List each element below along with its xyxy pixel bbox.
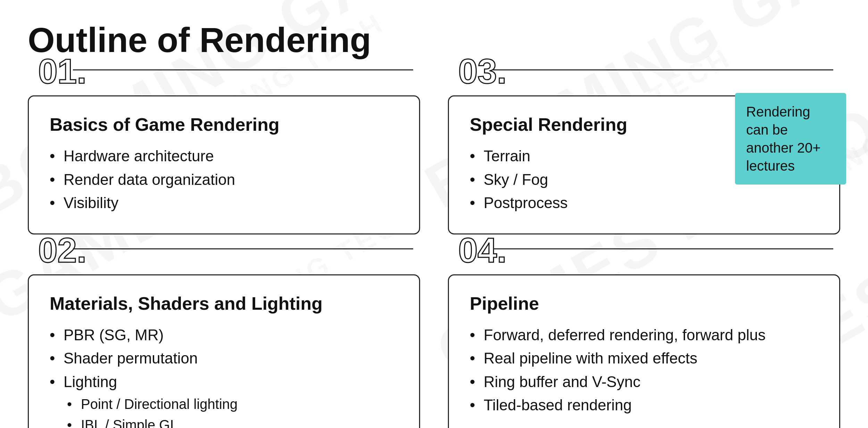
list-item: Lighting xyxy=(50,371,398,392)
list-item: PBR (SG, MR) xyxy=(50,325,398,345)
list-item: Forward, deferred rendering, forward plu… xyxy=(470,325,818,345)
card-04: Pipeline Forward, deferred rendering, fo… xyxy=(448,274,840,428)
list-item-sub: Point / Directional lighting xyxy=(50,395,398,413)
list-item: Ring buffer and V-Sync xyxy=(470,371,818,392)
card-number-line-01 xyxy=(73,69,413,70)
card-wrapper-03: 03. Rendering can be another 20+ lecture… xyxy=(448,76,840,234)
card-list-04: Forward, deferred rendering, forward plu… xyxy=(470,325,818,416)
card-number-04: 04. xyxy=(458,233,507,267)
card-01: Basics of Game Rendering Hardware archit… xyxy=(28,95,420,234)
card-title-04: Pipeline xyxy=(470,293,818,314)
card-number-02: 02. xyxy=(38,233,86,267)
list-item: Visibility xyxy=(50,192,398,213)
card-02: Materials, Shaders and Lighting PBR (SG,… xyxy=(28,274,420,428)
card-number-line-02 xyxy=(73,248,413,249)
card-title-02: Materials, Shaders and Lighting xyxy=(50,293,398,314)
card-wrapper-04: 04. Pipeline Forward, deferred rendering… xyxy=(448,255,840,428)
list-item: Hardware architecture xyxy=(50,146,398,166)
card-number-01: 01. xyxy=(38,54,86,88)
card-list-02: PBR (SG, MR) Shader permutation Lighting… xyxy=(50,325,398,428)
page-title: Outline of Rendering xyxy=(28,21,840,59)
card-list-01: Hardware architecture Render data organi… xyxy=(50,146,398,213)
card-03: Rendering can be another 20+ lectures Sp… xyxy=(448,95,840,234)
list-item: Shader permutation xyxy=(50,348,398,368)
callout-03: Rendering can be another 20+ lectures xyxy=(735,93,846,185)
card-number-line-03 xyxy=(493,69,833,70)
page-container: Outline of Rendering 01. Basics of Game … xyxy=(0,0,868,428)
card-number-03: 03. xyxy=(458,54,507,88)
list-item: Render data organization xyxy=(50,169,398,190)
list-item-sub: IBL / Simple GI xyxy=(50,416,398,428)
card-wrapper-01: 01. Basics of Game Rendering Hardware ar… xyxy=(28,76,420,234)
card-title-01: Basics of Game Rendering xyxy=(50,114,398,135)
list-item: Tiled-based rendering xyxy=(470,395,818,415)
list-item: Postprocess xyxy=(470,192,818,213)
cards-grid: 01. Basics of Game Rendering Hardware ar… xyxy=(28,76,840,428)
card-number-line-04 xyxy=(493,248,833,249)
card-wrapper-02: 02. Materials, Shaders and Lighting PBR … xyxy=(28,255,420,428)
list-item: Real pipeline with mixed effects xyxy=(470,348,818,368)
